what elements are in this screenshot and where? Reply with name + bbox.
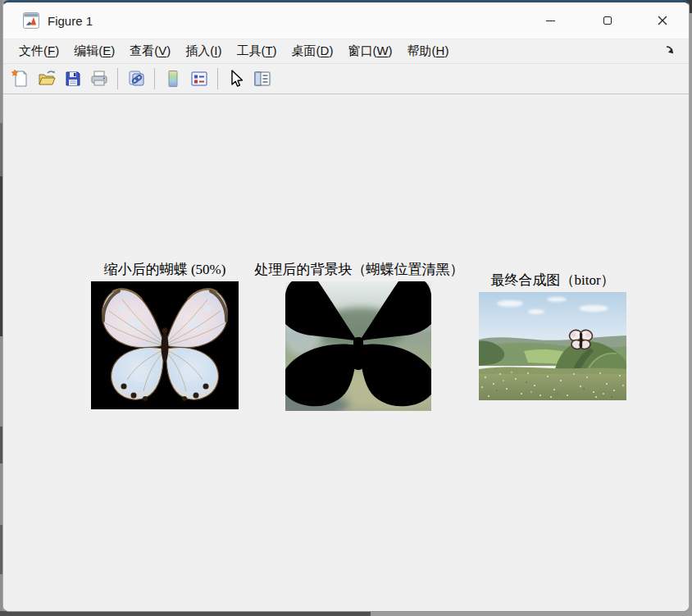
- toolbar-separator: [117, 68, 118, 89]
- maximize-icon: [603, 16, 612, 25]
- subplot1-title: 缩小后的蝴蝶 (50%): [104, 260, 226, 279]
- minimize-icon: [546, 21, 555, 21]
- link-plot-icon: [126, 69, 146, 89]
- menu-item-edit[interactable]: 编辑(E): [66, 43, 122, 59]
- figure-window: Figure 1 文件(F) 编辑(E) 查看(V) 插入(I) 工具(T) 桌…: [2, 0, 690, 612]
- new-figure-button[interactable]: [9, 67, 32, 90]
- edit-plot-button[interactable]: [225, 67, 248, 90]
- subplot2-title: 处理后的背景块（蝴蝶位置清黑）: [255, 260, 464, 279]
- insert-colorbar-icon: [163, 69, 183, 89]
- print-figure-button[interactable]: [88, 67, 111, 90]
- property-inspector-icon: [253, 69, 272, 89]
- composited-butterfly: [568, 329, 594, 350]
- toolbar-separator: [154, 68, 155, 89]
- print-figure-icon: [89, 69, 109, 89]
- titlebar[interactable]: Figure 1: [3, 2, 689, 39]
- open-file-button[interactable]: [35, 67, 58, 90]
- subplot3-composite-image: [479, 292, 626, 400]
- toolbar-separator: [217, 68, 218, 89]
- window-controls: [521, 2, 689, 39]
- menu-item-window[interactable]: 窗口(W): [340, 43, 399, 59]
- new-figure-icon: [11, 69, 30, 89]
- dock-figure-button[interactable]: [662, 43, 677, 60]
- dock-arrow-icon: [664, 44, 676, 56]
- insert-legend-button[interactable]: [188, 67, 211, 90]
- menu-item-help[interactable]: 帮助(H): [400, 43, 457, 59]
- open-property-inspector-button[interactable]: [251, 67, 274, 90]
- insert-colorbar-button[interactable]: [162, 67, 184, 90]
- menu-item-view[interactable]: 查看(V): [122, 43, 178, 59]
- maximize-button[interactable]: [579, 2, 636, 39]
- minimize-button[interactable]: [521, 2, 579, 39]
- save-figure-icon: [63, 69, 83, 89]
- menu-item-desktop[interactable]: 桌面(D): [285, 43, 341, 59]
- link-plot-button[interactable]: [125, 67, 148, 90]
- open-file-icon: [37, 69, 57, 89]
- menu-item-tools[interactable]: 工具(T): [229, 43, 284, 59]
- figure-toolbar: [3, 64, 689, 94]
- insert-legend-icon: [189, 69, 209, 89]
- subplot3-title: 最终合成图（bitor）: [490, 271, 614, 290]
- close-icon: [658, 16, 667, 25]
- save-figure-button[interactable]: [61, 67, 84, 90]
- menu-item-file[interactable]: 文件(F): [11, 43, 66, 59]
- menu-item-insert[interactable]: 插入(I): [178, 43, 229, 59]
- window-title: Figure 1: [48, 14, 93, 28]
- figure-canvas: 缩小后的蝴蝶 (50%) 处理后的背景块（蝴蝶位置清黑） 最终合成图（bitor…: [3, 94, 689, 611]
- subplot1-butterfly-image: [91, 281, 239, 409]
- subplot2-masked-background-image: [285, 281, 431, 411]
- matlab-figure-icon: [23, 12, 39, 29]
- edit-plot-cursor-icon: [226, 69, 246, 89]
- menubar: 文件(F) 编辑(E) 查看(V) 插入(I) 工具(T) 桌面(D) 窗口(W…: [3, 39, 689, 64]
- close-button[interactable]: [636, 2, 689, 39]
